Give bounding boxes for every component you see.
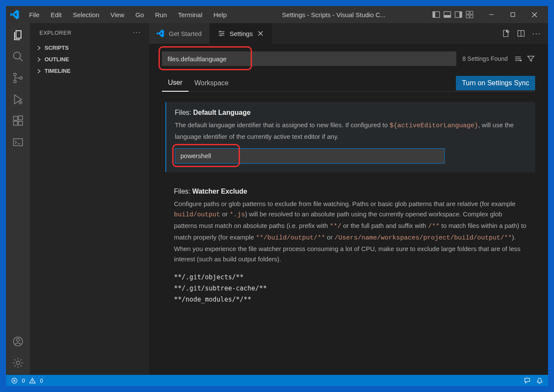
svg-rect-7 (470, 11, 473, 14)
setting-title: Files: Watcher Exclude (174, 188, 527, 195)
setting-files-watcher-exclude: Files: Watcher Exclude Configure paths o… (165, 181, 535, 314)
sidebar-section-label: TIMELINE (45, 68, 71, 74)
menu-view[interactable]: View (106, 9, 129, 20)
menu-file[interactable]: File (25, 9, 44, 20)
menu-edit[interactable]: Edit (46, 9, 66, 20)
svg-rect-6 (466, 11, 469, 14)
layout-bottom-icon[interactable] (443, 11, 451, 18)
svg-rect-9 (470, 15, 473, 18)
menu-help[interactable]: Help (209, 9, 231, 20)
feedback-icon[interactable] (524, 377, 530, 384)
search-icon[interactable] (12, 51, 24, 63)
settings-found-label: 8 Settings Found (462, 55, 508, 62)
exclude-item[interactable]: **/.git/subtree-cache/** (174, 283, 527, 294)
settings-panel: 8 Settings Found User Workspace Turn on … (149, 44, 548, 375)
svg-point-30 (220, 35, 222, 36)
svg-rect-23 (18, 116, 22, 120)
svg-point-29 (222, 33, 223, 34)
setting-description: The default language identifier that is … (175, 120, 527, 142)
vscode-logo-icon (10, 10, 20, 19)
error-icon[interactable] (11, 377, 18, 384)
tab-settings[interactable]: Settings (210, 23, 272, 44)
terminal-panel-icon[interactable] (12, 136, 24, 148)
warning-count[interactable]: 0 (40, 377, 43, 384)
svg-point-16 (14, 73, 16, 76)
settings-sliders-icon (218, 30, 225, 37)
settings-list[interactable]: Files: Default Language The default lang… (162, 102, 535, 342)
close-tab-icon[interactable] (257, 30, 264, 37)
menu-go[interactable]: Go (131, 9, 148, 20)
settings-scope-tabs: User Workspace Turn on Settings Sync (162, 75, 535, 92)
tab-label: Settings (230, 30, 253, 37)
svg-point-28 (219, 31, 221, 32)
exclude-item[interactable]: **/node_modules/*/** (174, 294, 527, 305)
menu-terminal[interactable]: Terminal (174, 9, 207, 20)
watcher-exclude-list: **/.git/objects/** **/.git/subtree-cache… (174, 272, 527, 305)
extensions-icon[interactable] (12, 115, 24, 127)
vscode-logo-icon (157, 30, 165, 37)
run-debug-icon[interactable] (12, 93, 24, 105)
window-title: Settings - Scripts - Visual Studio C... (234, 11, 430, 18)
svg-rect-21 (14, 121, 18, 125)
svg-rect-24 (14, 139, 23, 146)
svg-point-27 (16, 361, 20, 365)
setting-default-language-input[interactable] (175, 148, 445, 164)
scope-tab-workspace[interactable]: Workspace (189, 75, 235, 91)
accounts-icon[interactable] (12, 335, 24, 347)
scope-tab-user[interactable]: User (162, 75, 189, 92)
svg-rect-8 (466, 15, 469, 18)
sidebar-section-outline[interactable]: OUTLINE (30, 54, 149, 65)
error-count[interactable]: 0 (22, 377, 25, 384)
menu-selection[interactable]: Selection (69, 9, 104, 20)
svg-point-18 (20, 77, 22, 79)
editor-area: Get Started Settings ··· (149, 23, 548, 375)
sidebar-section-label: SCRIPTS (45, 45, 69, 51)
clear-search-icon[interactable] (514, 54, 522, 63)
settings-search-input[interactable] (162, 51, 456, 66)
split-editor-icon[interactable] (517, 29, 525, 38)
maximize-button[interactable] (503, 6, 522, 23)
manage-gear-icon[interactable] (12, 357, 24, 369)
explorer-icon[interactable] (12, 29, 24, 41)
svg-point-17 (14, 80, 16, 83)
sidebar-section-label: OUTLINE (45, 56, 69, 63)
sidebar-section-scripts[interactable]: SCRIPTS (30, 42, 149, 54)
filter-icon[interactable] (527, 54, 535, 63)
minimize-button[interactable] (482, 6, 501, 23)
svg-line-15 (20, 58, 23, 61)
svg-rect-3 (444, 15, 451, 18)
tab-label: Get Started (169, 30, 202, 37)
chevron-right-icon (36, 57, 42, 63)
sidebar-section-timeline[interactable]: TIMELINE (30, 65, 149, 77)
svg-rect-22 (18, 121, 22, 125)
svg-point-14 (14, 52, 21, 59)
more-actions-icon[interactable]: ··· (532, 29, 541, 38)
tab-bar: Get Started Settings ··· (149, 23, 548, 44)
explorer-sidebar: EXPLORER ··· SCRIPTS OUTLINE TIMELINE (30, 23, 149, 375)
vscode-window: File Edit Selection View Go Run Terminal… (6, 6, 548, 386)
setting-description: Configure paths or glob patterns to excl… (174, 199, 527, 265)
status-bar: 0 0 (6, 375, 548, 386)
chevron-right-icon (36, 45, 42, 51)
svg-point-26 (17, 338, 20, 341)
layout-left-icon[interactable] (432, 11, 440, 18)
close-window-button[interactable] (525, 6, 544, 23)
svg-rect-5 (459, 12, 462, 18)
sidebar-title: EXPLORER (39, 30, 72, 36)
svg-point-42 (32, 382, 33, 383)
bell-icon[interactable] (536, 377, 543, 384)
layout-grid-icon[interactable] (466, 11, 473, 18)
settings-sync-button[interactable]: Turn on Settings Sync (456, 76, 535, 90)
open-settings-json-icon[interactable] (501, 29, 510, 38)
activity-bar (6, 23, 30, 375)
chevron-right-icon (36, 68, 42, 74)
menu-run[interactable]: Run (151, 9, 171, 20)
source-control-icon[interactable] (12, 72, 24, 84)
tab-get-started[interactable]: Get Started (149, 23, 210, 44)
sidebar-more-icon[interactable]: ··· (133, 29, 141, 36)
layout-right-icon[interactable] (455, 11, 462, 18)
exclude-item[interactable]: **/.git/objects/** (174, 272, 527, 283)
warning-icon[interactable] (29, 377, 36, 384)
titlebar: File Edit Selection View Go Run Terminal… (6, 6, 548, 23)
svg-rect-20 (14, 117, 18, 120)
